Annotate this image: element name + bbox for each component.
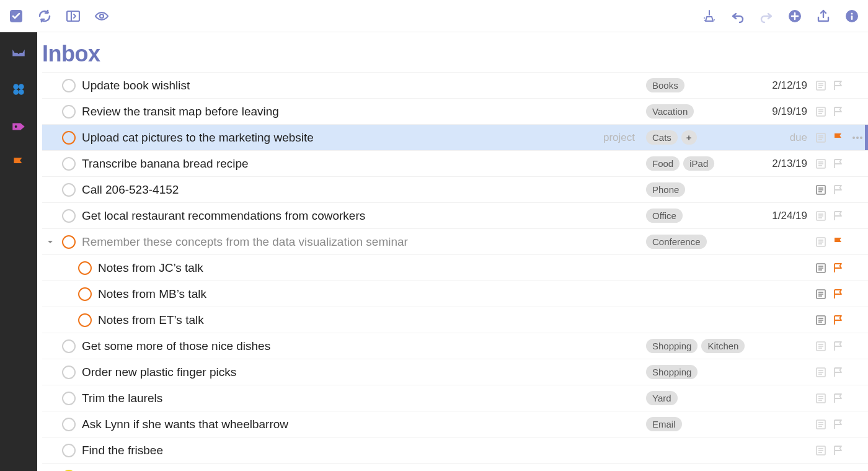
add-icon[interactable] — [787, 9, 802, 24]
flag-icon[interactable] — [830, 210, 847, 222]
share-icon[interactable] — [816, 9, 831, 24]
toggle-sidebar-icon[interactable] — [66, 9, 81, 24]
status-circle[interactable] — [62, 79, 76, 92]
note-icon[interactable] — [812, 133, 830, 143]
due-date: 1/24/19 — [758, 210, 812, 222]
note-icon[interactable] — [812, 367, 830, 377]
flagged-tab[interactable] — [7, 153, 30, 175]
flag-icon[interactable] — [830, 158, 847, 169]
status-circle[interactable] — [62, 392, 76, 405]
status-circle[interactable] — [62, 209, 76, 223]
status-circle[interactable] — [62, 366, 76, 379]
flag-icon[interactable] — [830, 106, 847, 117]
projects-tab[interactable] — [7, 78, 30, 101]
task-row[interactable]: Transcribe banana bread recipeFoodiPad2/… — [42, 150, 868, 176]
task-row[interactable]: Call 206-523-4152Phone — [42, 176, 868, 202]
status-circle[interactable] — [62, 183, 76, 197]
status-circle[interactable] — [62, 339, 76, 353]
flag-icon[interactable] — [830, 80, 847, 91]
status-circle[interactable] — [62, 105, 76, 119]
task-row[interactable]: Upload cat pictures to the marketing web… — [42, 124, 868, 150]
task-row[interactable]: Get local restaurant recommendations fro… — [42, 202, 868, 228]
tag-pill[interactable]: Food — [646, 156, 680, 171]
flag-icon[interactable] — [830, 393, 847, 404]
task-row[interactable]: Remember these concepts from the data vi… — [42, 228, 868, 254]
note-icon[interactable] — [812, 185, 830, 195]
note-icon[interactable] — [812, 107, 830, 117]
task-row[interactable]: Notes from MB’s talk — [42, 280, 868, 307]
tag-pill[interactable]: Kitchen — [701, 339, 745, 353]
note-icon[interactable] — [812, 419, 830, 429]
status-circle[interactable] — [78, 313, 92, 327]
tag-pill[interactable]: Conference — [646, 235, 707, 249]
inbox-tab[interactable] — [7, 41, 30, 63]
status-circle[interactable] — [78, 287, 92, 301]
status-circle[interactable] — [62, 131, 76, 145]
sync-icon[interactable] — [37, 9, 52, 24]
task-row[interactable]: Trim the laurelsYard — [42, 385, 868, 411]
status-circle[interactable] — [62, 444, 76, 457]
flag-icon[interactable] — [830, 262, 847, 274]
note-icon[interactable] — [812, 211, 830, 221]
eye-icon[interactable] — [94, 9, 109, 24]
task-row[interactable]: Review the transit map before leavingVac… — [42, 98, 868, 124]
task-row[interactable]: Order new plastic finger picksShopping — [42, 359, 868, 385]
task-row[interactable]: Update book wishlistBooks2/12/19 — [42, 72, 868, 98]
task-row[interactable]: Notes from ET’s talk — [42, 307, 868, 333]
svg-point-9 — [851, 12, 853, 14]
tag-pill[interactable]: iPad — [683, 156, 714, 171]
note-icon[interactable] — [812, 263, 830, 273]
note-icon[interactable] — [812, 393, 830, 403]
note-icon[interactable] — [812, 289, 830, 299]
check-icon[interactable] — [9, 9, 24, 24]
tags-area: Shopping — [646, 365, 758, 379]
task-row[interactable]: Get some more of those nice dishesShoppi… — [42, 333, 868, 359]
redo-icon[interactable] — [759, 9, 774, 24]
status-circle[interactable] — [62, 235, 76, 249]
note-icon[interactable] — [812, 446, 830, 455]
due-date[interactable]: due — [758, 132, 812, 144]
flag-icon[interactable] — [830, 132, 847, 143]
note-icon[interactable] — [812, 81, 830, 91]
tag-pill[interactable]: Office — [646, 209, 683, 223]
tag-pill[interactable]: Email — [646, 417, 682, 431]
main-content: Inbox Update book wishlistBooks2/12/19Re… — [37, 32, 868, 471]
task-row[interactable]: Put more money on the Orca card1/10/19 — [42, 463, 868, 471]
disclosure-toggle[interactable] — [46, 238, 55, 246]
tags-tab[interactable] — [7, 115, 30, 138]
add-tag-button[interactable]: + — [681, 130, 697, 145]
tag-pill[interactable]: Shopping — [646, 365, 698, 379]
svg-point-11 — [13, 84, 19, 89]
more-icon[interactable] — [847, 136, 868, 140]
note-icon[interactable] — [812, 341, 830, 351]
note-icon[interactable] — [812, 237, 830, 247]
status-circle[interactable] — [78, 261, 92, 275]
cleanup-icon[interactable] — [702, 9, 717, 24]
svg-point-4 — [704, 20, 706, 21]
info-icon[interactable] — [844, 9, 859, 24]
disclosure-toggle — [46, 133, 55, 142]
tag-pill[interactable]: Yard — [646, 391, 678, 405]
task-row[interactable]: Notes from JC’s talk — [42, 254, 868, 280]
flag-icon[interactable] — [830, 367, 847, 378]
flag-icon[interactable] — [830, 445, 847, 456]
tag-pill[interactable]: Cats — [646, 130, 678, 145]
note-icon[interactable] — [812, 159, 830, 169]
task-row[interactable]: Ask Lynn if she wants that wheelbarrowEm… — [42, 411, 868, 437]
tag-pill[interactable]: Phone — [646, 182, 685, 197]
tag-pill[interactable]: Shopping — [646, 339, 698, 353]
undo-icon[interactable] — [730, 9, 745, 24]
note-icon[interactable] — [812, 315, 830, 325]
tag-pill[interactable]: Books — [646, 78, 684, 92]
flag-icon[interactable] — [830, 289, 847, 300]
flag-icon[interactable] — [830, 419, 847, 430]
task-row[interactable]: Find the frisbee — [42, 437, 868, 463]
flag-icon[interactable] — [830, 236, 847, 248]
flag-icon[interactable] — [830, 341, 847, 352]
project-field[interactable]: project — [534, 132, 646, 144]
tag-pill[interactable]: Vacation — [646, 104, 694, 119]
status-circle[interactable] — [62, 157, 76, 171]
flag-icon[interactable] — [830, 315, 847, 326]
status-circle[interactable] — [62, 418, 76, 431]
flag-icon[interactable] — [830, 184, 847, 195]
